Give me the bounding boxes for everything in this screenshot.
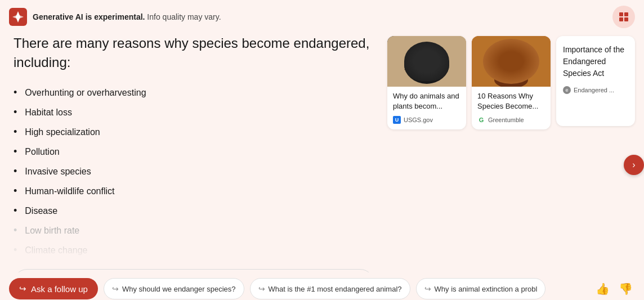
chevron-right-button[interactable]: › <box>624 155 644 175</box>
main-content: There are many reasons why species becom… <box>0 34 644 300</box>
e-icon: e <box>563 86 571 94</box>
chip-arrow-icon: ↪ <box>258 284 265 293</box>
card-title: Importance of the Endangered Species Act <box>563 44 628 79</box>
card-title: 10 Reasons Why Species Become... <box>477 91 545 111</box>
list-item-faded: Low birth rate <box>14 221 374 240</box>
card-title: Why do animals and plants becom... <box>393 91 460 111</box>
svg-point-8 <box>430 59 432 61</box>
thumbs-up-button[interactable]: 👍 <box>593 280 612 298</box>
svg-point-13 <box>513 52 518 57</box>
grid-icon <box>618 11 629 23</box>
card-greentumble[interactable]: 10 Reasons Why Species Become... G Green… <box>472 36 551 129</box>
text-area: There are many reasons why species becom… <box>14 34 374 296</box>
thumbs-up-icon: 👍 <box>596 283 610 295</box>
g-icon: G <box>477 116 485 124</box>
chip-arrow-icon: ↪ <box>112 284 119 293</box>
list-item: High specialization <box>14 122 374 142</box>
ask-followup-button[interactable]: ↪ Ask a follow up <box>9 278 98 299</box>
suggestion-text: Why is animal extinction a probl <box>435 285 538 293</box>
svg-point-14 <box>504 57 518 66</box>
orangutan-image <box>472 36 551 87</box>
source-name: Endangered ... <box>574 87 614 93</box>
list-item: Human-wildlife conflict <box>14 181 374 201</box>
svg-point-17 <box>494 71 528 87</box>
svg-rect-1 <box>619 12 623 16</box>
svg-point-16 <box>517 56 534 78</box>
suggestion-text: Why should we endanger species? <box>122 285 236 293</box>
card-source: G Greentumble <box>477 116 545 124</box>
source-name: USGS.gov <box>404 117 433 123</box>
svg-rect-3 <box>619 17 623 21</box>
top-bar: Generative AI is experimental. Info qual… <box>0 0 644 34</box>
suggestion-chip-1[interactable]: ↪ Why should we endanger species? <box>104 278 244 299</box>
svg-point-11 <box>497 45 525 70</box>
list-item: Overhunting or overharvesting <box>14 83 374 102</box>
cards-area: Why do animals and plants becom... U USG… <box>387 34 635 296</box>
gemini-logo <box>9 8 27 26</box>
suggestion-text: What is the #1 most endangered animal? <box>269 285 402 293</box>
feedback-icons: 👍 👎 <box>593 280 635 298</box>
card-source: U USGS.gov <box>393 116 460 124</box>
ask-followup-label: Ask a follow up <box>31 284 88 294</box>
list-item-faded: Climate change <box>14 240 374 260</box>
source-name: Greentumble <box>488 117 524 123</box>
top-bar-warning: Generative AI is experimental. Info qual… <box>33 12 221 21</box>
list-item: Pollution <box>14 142 374 162</box>
bottom-bar: ↪ Ask a follow up ↪ Why should we endang… <box>0 272 644 300</box>
list-item: Invasive species <box>14 162 374 181</box>
svg-point-12 <box>504 52 509 57</box>
list-item: Disease <box>14 201 374 221</box>
card-source: e Endangered ... <box>563 86 628 94</box>
list-item: Habitat loss <box>14 102 374 122</box>
svg-rect-2 <box>624 12 628 16</box>
card-body: Why do animals and plants becom... U USG… <box>387 87 466 129</box>
svg-point-7 <box>426 57 433 66</box>
suggestion-chip-2[interactable]: ↪ What is the #1 most endangered animal? <box>250 278 410 299</box>
svg-point-10 <box>491 42 531 75</box>
card-body: 10 Reasons Why Species Become... G Green… <box>472 87 551 129</box>
usgs-icon: U <box>393 116 401 124</box>
suggestion-chip-3[interactable]: ↪ Why is animal extinction a probl <box>416 278 546 299</box>
chevron-right-icon: › <box>632 160 635 170</box>
bullet-list-container: Overhunting or overharvesting Habitat lo… <box>14 83 374 260</box>
svg-rect-4 <box>624 17 628 21</box>
svg-rect-9 <box>472 36 551 87</box>
reasons-list: Overhunting or overharvesting Habitat lo… <box>14 83 374 260</box>
card-usgs[interactable]: Why do animals and plants becom... U USG… <box>387 36 466 129</box>
page-headline: There are many reasons why species becom… <box>14 34 374 71</box>
svg-point-6 <box>404 44 449 84</box>
thumbs-down-icon: 👎 <box>619 283 633 295</box>
followup-arrow-icon: ↪ <box>19 284 26 294</box>
chip-arrow-icon: ↪ <box>424 284 431 293</box>
card-endangered-act[interactable]: Importance of the Endangered Species Act… <box>556 36 635 126</box>
thumbs-down-button[interactable]: 👎 <box>616 280 635 298</box>
bird-image <box>387 36 466 87</box>
svg-point-15 <box>487 50 507 78</box>
svg-rect-5 <box>387 36 466 87</box>
grid-icon-button[interactable] <box>612 6 635 28</box>
